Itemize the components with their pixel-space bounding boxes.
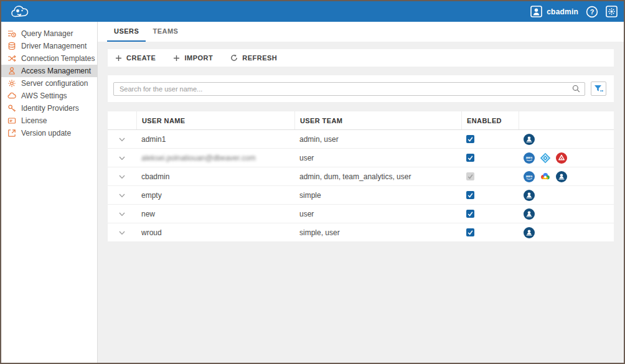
sidebar-item-label: Identity Providers (21, 104, 79, 113)
header-enabled: ENABLED (461, 111, 519, 129)
sidebar-item-label: Access Management (21, 67, 91, 75)
table-row[interactable]: cbadminadmin, dum, team_analytics, usera… (108, 167, 614, 186)
sidebar: Query ManagerDriver ManagementConnection… (1, 22, 98, 363)
azure-ad-auth-icon (540, 152, 551, 164)
search-box (113, 82, 585, 96)
enabled-cell (461, 191, 519, 199)
search-icon (572, 85, 580, 93)
sidebar-item-driver-management[interactable]: Driver Management (1, 40, 97, 52)
sidebar-item-label: Connection Templates (21, 54, 95, 63)
search-input[interactable] (118, 85, 572, 93)
sidebar-item-label: Query Manager (21, 29, 73, 38)
refresh-button-label: REFRESH (242, 54, 277, 62)
users-table: USER NAME USER TEAM ENABLED admin1admin,… (108, 111, 614, 242)
sidebar-item-version-update[interactable]: Version update (1, 127, 97, 139)
enabled-cell (461, 154, 519, 162)
expand-chevron-icon[interactable] (108, 154, 136, 162)
enabled-checkbox[interactable] (466, 210, 474, 218)
auth-providers-cell: aws (519, 171, 614, 182)
header-username: cbadmin (547, 7, 578, 16)
enabled-cell (461, 210, 519, 218)
license-icon (7, 116, 16, 126)
header-user-team: USER TEAM (294, 111, 461, 129)
auth-providers-cell (519, 134, 614, 145)
tab-teams[interactable]: TEAMS (146, 22, 185, 42)
sidebar-item-query-manager[interactable]: Query Manager (1, 27, 97, 40)
table-row[interactable]: emptysimple (108, 186, 614, 205)
aws-auth-icon: aws (524, 171, 535, 182)
search-panel (108, 75, 614, 102)
user-avatar-icon (530, 6, 542, 17)
sidebar-item-access-management[interactable]: Access Management (1, 65, 97, 77)
svg-text:aws: aws (526, 174, 533, 178)
enabled-cell (461, 172, 519, 180)
sidebar-item-label: License (21, 116, 47, 125)
table-header-row: USER NAME USER TEAM ENABLED (108, 111, 614, 130)
aws-settings-icon (7, 91, 16, 101)
filter-button[interactable] (591, 82, 606, 96)
user-team-cell: simple (294, 191, 461, 200)
tab-users[interactable]: USERS (107, 22, 146, 42)
sidebar-item-server-configuration[interactable]: Server configuration (1, 77, 97, 90)
plus-icon (173, 55, 180, 62)
table-row[interactable]: wroudsimple, user (108, 223, 614, 242)
auth-providers-cell (519, 190, 614, 201)
expand-chevron-icon[interactable] (108, 228, 136, 237)
enabled-checkbox[interactable] (466, 154, 474, 162)
main-content: USERSTEAMS CREATE IMPORT (98, 22, 624, 363)
enabled-cell (461, 135, 519, 143)
create-button-label: CREATE (126, 54, 156, 62)
local-auth-icon (556, 171, 567, 182)
sidebar-item-identity-providers[interactable]: Identity Providers (1, 102, 97, 114)
import-button-label: IMPORT (184, 54, 213, 62)
expand-chevron-icon[interactable] (108, 172, 136, 181)
cloudbeaver-logo[interactable] (6, 2, 35, 21)
local-auth-icon (524, 208, 535, 220)
table-row[interactable]: newuser (108, 205, 614, 223)
svg-text:aws: aws (526, 156, 533, 159)
enabled-checkbox[interactable] (466, 191, 474, 199)
enabled-checkbox (466, 172, 474, 180)
plus-icon (115, 55, 122, 62)
auth-providers-cell (519, 227, 614, 238)
table-row[interactable]: aleksei.polnatiouan@dbeaver.comuseraws (108, 149, 614, 167)
auth-providers-cell: aws (519, 152, 614, 164)
user-team-cell: user (294, 154, 461, 162)
refresh-button[interactable]: REFRESH (230, 54, 277, 62)
local-auth-icon (524, 134, 535, 145)
sidebar-item-license[interactable]: License (1, 114, 97, 127)
sidebar-item-aws-settings[interactable]: AWS Settings (1, 90, 97, 102)
enabled-checkbox[interactable] (466, 228, 474, 236)
enabled-checkbox[interactable] (466, 135, 474, 143)
user-name-cell: admin1 (136, 135, 294, 144)
user-menu[interactable]: cbadmin (530, 6, 578, 17)
version-update-icon (7, 129, 16, 138)
help-icon[interactable]: ? (586, 6, 598, 18)
expand-chevron-icon[interactable] (108, 191, 136, 200)
expand-chevron-icon[interactable] (108, 210, 136, 218)
toolbar: CREATE IMPORT REFRESH (108, 49, 614, 67)
user-name-cell: empty (136, 191, 294, 200)
header-user-name: USER NAME (136, 111, 294, 129)
query-manager-icon (7, 29, 16, 39)
app-header: cbadmin ? (1, 1, 624, 22)
user-team-cell: admin, user (294, 135, 461, 144)
sidebar-item-connection-templates[interactable]: Connection Templates (1, 52, 97, 65)
expand-chevron-icon[interactable] (108, 135, 136, 144)
refresh-icon (230, 54, 238, 62)
user-name-cell: cbadmin (136, 172, 294, 181)
tab-bar: USERSTEAMS (98, 22, 624, 42)
header-auth-column (519, 111, 614, 129)
sso-red-auth-icon (556, 152, 567, 164)
table-row[interactable]: admin1admin, user (108, 130, 614, 149)
import-button[interactable]: IMPORT (173, 54, 213, 62)
sidebar-item-label: Driver Management (21, 42, 87, 50)
auth-providers-cell (519, 208, 614, 220)
sidebar-item-label: Version update (21, 129, 71, 138)
server-configuration-icon (7, 79, 16, 88)
local-auth-icon (524, 190, 535, 201)
access-management-icon (7, 67, 16, 76)
user-team-cell: simple, user (294, 228, 461, 237)
create-button[interactable]: CREATE (115, 54, 156, 62)
settings-icon[interactable] (606, 6, 618, 17)
